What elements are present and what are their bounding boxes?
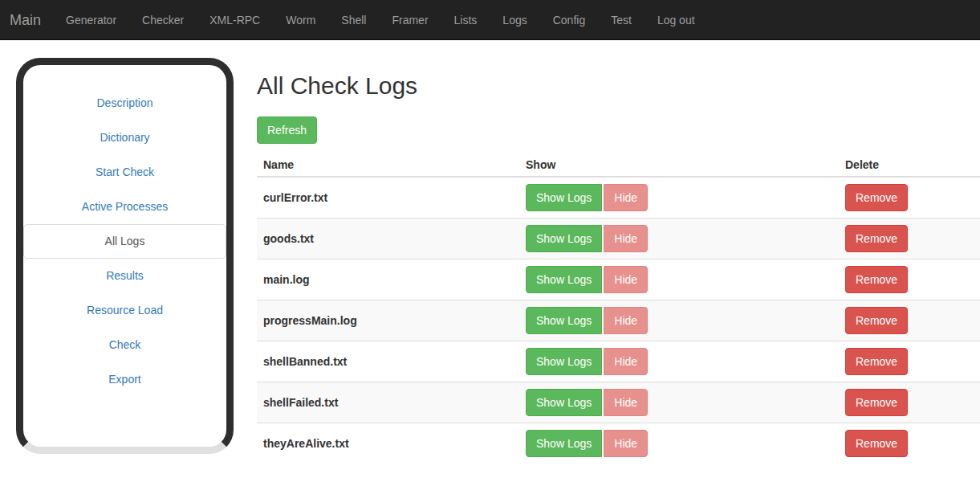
hide-button[interactable]: Hide — [604, 184, 648, 211]
sidebar-item-resource-load[interactable]: Resource Load — [23, 293, 226, 328]
show-logs-button[interactable]: Show Logs — [526, 389, 602, 416]
navbar-brand[interactable]: Main — [0, 0, 53, 39]
show-hide-button-group: Show Logs Hide — [526, 184, 648, 211]
navbar-item-log-out[interactable]: Log out — [645, 0, 708, 40]
show-logs-button[interactable]: Show Logs — [526, 348, 602, 375]
show-hide-button-group: Show Logs Hide — [526, 389, 648, 416]
hide-button[interactable]: Hide — [604, 307, 648, 334]
sidebar-item-start-check[interactable]: Start Check — [23, 155, 226, 190]
hide-button[interactable]: Hide — [604, 266, 648, 293]
navbar-item-framer[interactable]: Framer — [379, 0, 441, 40]
log-file-name: goods.txt — [257, 219, 519, 259]
show-hide-button-group: Show Logs Hide — [526, 348, 648, 375]
table-row-progressmain-log: progressMain.log Show Logs Hide Remove — [257, 300, 980, 341]
remove-button[interactable]: Remove — [845, 266, 908, 293]
sidebar-item-check[interactable]: Check — [23, 328, 226, 362]
sidebar-item-dictionary[interactable]: Dictionary — [23, 121, 226, 155]
table-row-shellbanned-txt: shellBanned.txt Show Logs Hide Remove — [257, 341, 980, 382]
remove-button[interactable]: Remove — [845, 184, 908, 211]
sidebar-item-description[interactable]: Description — [23, 86, 226, 121]
table-row-shellfailed-txt: shellFailed.txt Show Logs Hide Remove — [257, 382, 980, 423]
show-logs-button[interactable]: Show Logs — [526, 430, 602, 457]
table-row-theyarealive-txt: theyAreAlive.txt Show Logs Hide Remove — [257, 423, 980, 464]
remove-button[interactable]: Remove — [845, 389, 908, 416]
navbar-item-config[interactable]: Config — [540, 0, 598, 40]
column-header-show: Show — [519, 153, 839, 177]
logs-table: Name Show Delete curlError.txt Show Logs… — [257, 153, 980, 464]
hide-button[interactable]: Hide — [604, 430, 648, 457]
navbar-item-xml-rpc[interactable]: XML-RPC — [197, 0, 273, 40]
table-row-curlerror-txt: curlError.txt Show Logs Hide Remove — [257, 177, 980, 219]
page-title: All Check Logs — [257, 72, 980, 99]
navbar-item-lists[interactable]: Lists — [441, 0, 490, 40]
show-logs-button[interactable]: Show Logs — [526, 307, 602, 334]
remove-button[interactable]: Remove — [845, 307, 908, 334]
navbar-item-checker[interactable]: Checker — [129, 0, 197, 40]
sidebar: Description Dictionary Start Check Activ… — [16, 58, 234, 454]
hide-button[interactable]: Hide — [604, 389, 648, 416]
navbar-item-logs[interactable]: Logs — [490, 0, 539, 40]
column-header-delete: Delete — [839, 153, 980, 177]
navbar-item-test[interactable]: Test — [598, 0, 645, 40]
show-hide-button-group: Show Logs Hide — [526, 225, 648, 252]
navbar-item-generator[interactable]: Generator — [53, 0, 129, 40]
column-header-name: Name — [257, 153, 519, 177]
log-file-name: shellFailed.txt — [257, 382, 519, 423]
sidebar-item-results[interactable]: Results — [23, 259, 226, 293]
navbar: Main Generator Checker XML-RPC Worm Shel… — [0, 0, 980, 40]
log-file-name: progressMain.log — [257, 300, 519, 341]
show-hide-button-group: Show Logs Hide — [526, 430, 648, 457]
sidebar-item-active-processes[interactable]: Active Processes — [23, 190, 226, 224]
sidebar-nav: Description Dictionary Start Check Activ… — [23, 65, 226, 397]
navbar-menu: Generator Checker XML-RPC Worm Shell Fra… — [53, 0, 708, 39]
show-logs-button[interactable]: Show Logs — [526, 266, 602, 293]
main-content: All Check Logs Refresh Name Show Delete … — [257, 40, 980, 464]
table-row-main-log: main.log Show Logs Hide Remove — [257, 259, 980, 300]
sidebar-item-all-logs[interactable]: All Logs — [23, 224, 226, 259]
show-logs-button[interactable]: Show Logs — [526, 184, 602, 211]
refresh-button[interactable]: Refresh — [257, 116, 317, 144]
hide-button[interactable]: Hide — [604, 348, 648, 375]
show-hide-button-group: Show Logs Hide — [526, 266, 648, 293]
log-file-name: curlError.txt — [257, 177, 519, 219]
sidebar-item-export[interactable]: Export — [23, 362, 226, 397]
navbar-item-shell[interactable]: Shell — [328, 0, 379, 40]
navbar-item-worm[interactable]: Worm — [273, 0, 328, 40]
hide-button[interactable]: Hide — [604, 225, 648, 252]
log-file-name: shellBanned.txt — [257, 341, 519, 382]
remove-button[interactable]: Remove — [845, 225, 908, 252]
show-logs-button[interactable]: Show Logs — [526, 225, 602, 252]
log-file-name: theyAreAlive.txt — [257, 423, 519, 464]
show-hide-button-group: Show Logs Hide — [526, 307, 648, 334]
log-file-name: main.log — [257, 259, 519, 300]
remove-button[interactable]: Remove — [845, 348, 908, 375]
remove-button[interactable]: Remove — [845, 430, 908, 457]
table-row-goods-txt: goods.txt Show Logs Hide Remove — [257, 219, 980, 259]
